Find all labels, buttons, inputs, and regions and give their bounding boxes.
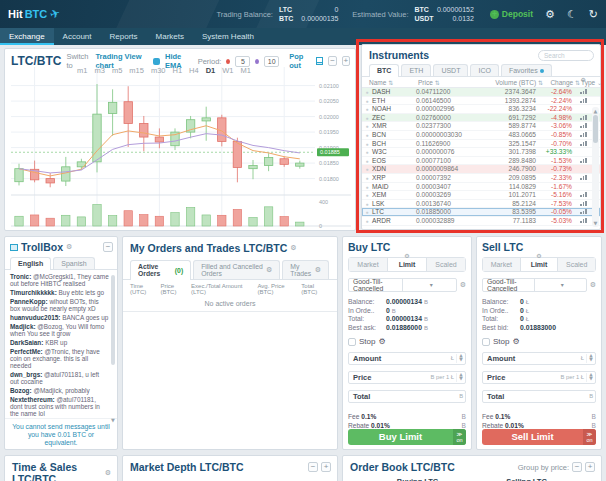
- tab-gear-icon[interactable]: ⚙: [404, 252, 409, 259]
- deposit-button[interactable]: + Deposit: [490, 9, 533, 19]
- chart-type-icon[interactable]: [572, 191, 592, 200]
- stop-gear-icon[interactable]: ⚙: [378, 337, 385, 346]
- candlestick-chart[interactable]: 0.021000.020500.020000.019500.019000.018…: [7, 63, 353, 229]
- sell-limit-button[interactable]: Sell Limit ≫on: [482, 429, 596, 445]
- tab-scaled[interactable]: Scaled: [427, 258, 465, 271]
- instruments-tab-btc[interactable]: BTC: [369, 64, 399, 77]
- instrument-row-bch[interactable]: ● BCH 0.11626900 325.1547 -0.70%: [362, 140, 600, 149]
- favorite-dot-icon[interactable]: ●: [362, 140, 372, 149]
- instruments-tab-usdt[interactable]: USDT: [433, 64, 468, 76]
- timeframe-w1[interactable]: W1: [222, 66, 233, 75]
- instrument-row-eos[interactable]: ● EOS 0.00077100 289.8480 -1.53%: [362, 157, 600, 166]
- time-sales-gear-icon[interactable]: ⚙: [105, 469, 111, 477]
- collapse-depth-button[interactable]: −: [308, 462, 318, 472]
- favorite-dot-icon[interactable]: ●: [362, 88, 372, 97]
- buy-price-field[interactable]: PriceB per 1 Ł▲▼: [348, 371, 466, 384]
- tab-gear-icon[interactable]: ⚙: [536, 252, 541, 259]
- favorite-dot-icon[interactable]: ●: [362, 114, 372, 123]
- trollbox-scrollbar[interactable]: ▼: [110, 273, 116, 423]
- chart-type-icon[interactable]: [572, 148, 592, 157]
- tab-scaled[interactable]: Scaled: [558, 258, 595, 271]
- instrument-row-lsk[interactable]: ● LSK 0.00136740 85.2124 -7.53%: [362, 200, 600, 209]
- tif-gear-icon[interactable]: ⚙: [460, 281, 466, 289]
- tab-english[interactable]: English: [10, 257, 51, 270]
- settings-gear-icon[interactable]: ⚙: [545, 8, 555, 21]
- chart-type-icon[interactable]: [572, 174, 592, 183]
- trollbox-gear-icon[interactable]: ⚙: [66, 243, 72, 251]
- favorite-dot-icon[interactable]: ●: [362, 217, 372, 226]
- stop-gear-icon[interactable]: ⚙: [512, 337, 519, 346]
- sell-total-field[interactable]: TotalB: [482, 390, 596, 403]
- instruments-scrollbar[interactable]: ▲▼: [592, 107, 599, 227]
- chart-type-icon[interactable]: [572, 88, 592, 97]
- nav-item-markets[interactable]: Markets: [147, 28, 193, 45]
- sell-price-field[interactable]: PriceB per 1 Ł▲▼: [482, 371, 596, 384]
- instrument-row-dash[interactable]: ● DASH 0.04711200 2374.3647 -2.64%: [362, 88, 600, 97]
- logout-icon[interactable]: ↻: [589, 8, 598, 21]
- favorite-dot-icon[interactable]: ●: [362, 105, 372, 114]
- sort-by-volume[interactable]: Volume (BTC) ⇅: [480, 79, 543, 86]
- tab-spanish[interactable]: Spanish: [53, 257, 94, 269]
- group-increase-button[interactable]: +: [585, 462, 595, 472]
- instruments-tab-eth[interactable]: ETH: [401, 64, 431, 76]
- instrument-row-noah[interactable]: ● NOAH 0.000002996 836.3234 -22.24%: [362, 105, 600, 114]
- tif-gear-icon[interactable]: ⚙: [590, 281, 596, 289]
- timeframe-m3[interactable]: m3: [94, 66, 104, 75]
- type-column-header[interactable]: ⚙Type ⌄: [580, 79, 602, 86]
- instrument-row-xem[interactable]: ● XEM 0.00003269 101.2071 -5.16%: [362, 191, 600, 200]
- tab-limit[interactable]: Limit: [521, 258, 559, 271]
- nav-item-exchange[interactable]: Exchange: [0, 28, 54, 45]
- instrument-row-eth[interactable]: ● ETH 0.06146500 1393.2874 -2.24%: [362, 97, 600, 106]
- time-in-force-select[interactable]: Good-Till-Cancelled▾: [482, 278, 587, 292]
- favorite-dot-icon[interactable]: ●: [362, 165, 372, 174]
- chart-type-icon[interactable]: [572, 208, 592, 217]
- chart-type-icon[interactable]: [572, 140, 592, 149]
- collapse-trollbox-button[interactable]: −: [103, 242, 113, 252]
- chart-type-icon[interactable]: [572, 131, 592, 140]
- group-decrease-button[interactable]: −: [572, 462, 582, 472]
- timeframe-h4[interactable]: H4: [189, 66, 199, 75]
- chat-username[interactable]: Bozog:: [10, 387, 32, 394]
- tab-limit[interactable]: Limit: [388, 258, 427, 271]
- favorite-dot-icon[interactable]: ●: [362, 174, 372, 183]
- orders-gear-icon[interactable]: ⚙: [290, 244, 296, 252]
- chart-type-icon[interactable]: [572, 183, 592, 192]
- tab-my-trades[interactable]: My Trades ⚙: [282, 260, 329, 279]
- chat-username[interactable]: Tronic:: [10, 273, 31, 280]
- timeframe-m15[interactable]: m15: [129, 66, 144, 75]
- chart-type-icon[interactable]: [572, 200, 592, 209]
- chart-type-icon[interactable]: [572, 114, 592, 123]
- instrument-row-xdn[interactable]: ● XDN 0.0000009864 246.7900 -0.73%: [362, 165, 600, 174]
- sort-by-change[interactable]: Change ⇅: [543, 79, 580, 86]
- stop-checkbox[interactable]: [482, 338, 490, 346]
- chart-type-icon[interactable]: [572, 105, 592, 114]
- buy-amount-field[interactable]: AmountŁ▲▼: [348, 352, 466, 365]
- instrument-row-xmr[interactable]: ● XMR 0.02377300 589.8774 -3.06%: [362, 122, 600, 131]
- instrument-row-w3c[interactable]: ● W3C 0.000000076 301.7398 +33.33%: [362, 148, 600, 157]
- favorite-dot-icon[interactable]: ●: [362, 208, 372, 217]
- sort-by-price[interactable]: Price ⇅: [418, 79, 480, 86]
- favorite-dot-icon[interactable]: ●: [362, 157, 372, 166]
- instrument-row-ltc[interactable]: ● LTC 0.01885000 83.5395 -0.05%: [362, 208, 600, 217]
- tab-market[interactable]: Market: [483, 258, 521, 271]
- expand-depth-button[interactable]: +: [321, 462, 331, 472]
- chart-type-icon[interactable]: [572, 217, 592, 226]
- tab-filled-cancelled[interactable]: Filled and Cancelled Orders ⚙: [193, 260, 280, 279]
- chart-type-icon[interactable]: [572, 157, 592, 166]
- chat-username[interactable]: PerfectMe:: [10, 348, 43, 355]
- favorite-dot-icon[interactable]: ●: [362, 122, 372, 131]
- sort-by-name[interactable]: Name ⇅: [369, 79, 418, 86]
- nav-item-account[interactable]: Account: [54, 28, 101, 45]
- instrument-row-ardr[interactable]: ● ARDR 0.000032889 77.1183 -5.03%: [362, 217, 600, 226]
- timeframe-h1[interactable]: H1: [173, 66, 183, 75]
- chat-username[interactable]: PanneKopp:: [10, 298, 48, 305]
- buy-limit-button[interactable]: Buy Limit ≫on: [348, 429, 466, 445]
- nav-item-system-health[interactable]: System Health: [193, 28, 263, 45]
- timeframe-m30[interactable]: m30: [151, 66, 166, 75]
- favorite-dot-icon[interactable]: ●: [362, 148, 372, 157]
- timeframe-m1[interactable]: m1: [77, 66, 87, 75]
- chat-username[interactable]: dwn_brgs:: [10, 371, 42, 378]
- favorite-dot-icon[interactable]: ●: [362, 183, 372, 192]
- chat-username[interactable]: Timurchikkkkk:: [10, 289, 57, 296]
- chat-username[interactable]: DarkSaian:: [10, 339, 43, 346]
